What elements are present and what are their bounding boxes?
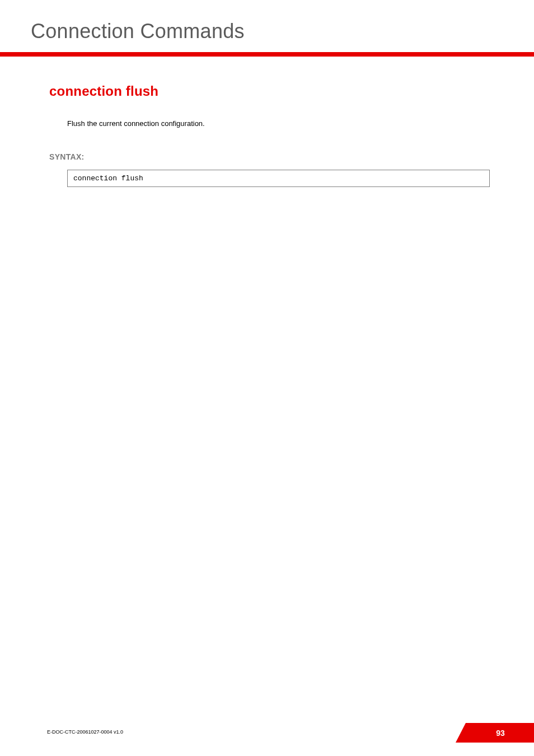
page-number-tab: 93 xyxy=(456,723,534,743)
section-description: Flush the current connection configurati… xyxy=(67,119,205,128)
header-rule xyxy=(0,52,534,57)
page-number: 93 xyxy=(496,729,505,738)
doc-id: E-DOC-CTC-20061027-0004 v1.0 xyxy=(47,729,123,735)
syntax-label: SYNTAX: xyxy=(49,152,85,161)
section-title: connection flush xyxy=(49,83,158,99)
page-header-title: Connection Commands xyxy=(31,20,245,43)
syntax-code-box: connection flush xyxy=(67,170,490,187)
